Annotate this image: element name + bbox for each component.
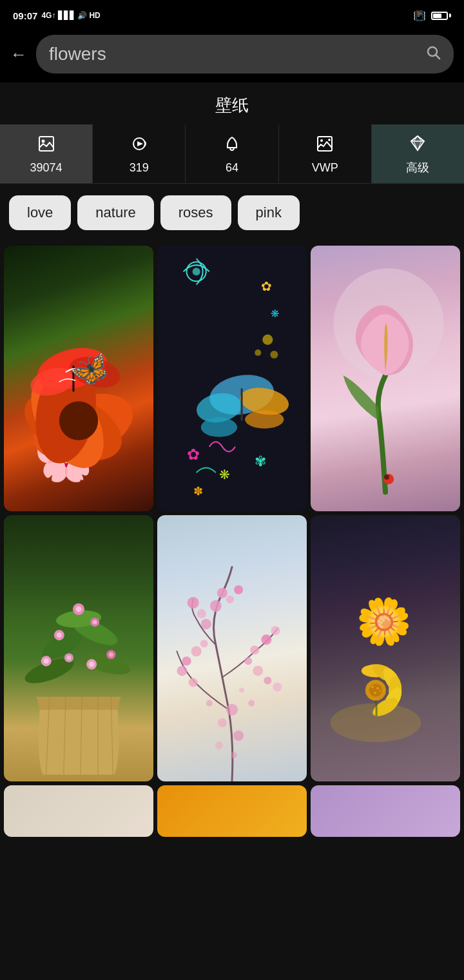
svg-text:✽: ✽ — [193, 485, 203, 498]
svg-point-54 — [93, 620, 97, 625]
page-title-wrap: 壁纸 — [0, 83, 464, 124]
svg-point-102 — [376, 687, 379, 690]
svg-point-83 — [273, 683, 282, 692]
svg-point-22 — [193, 268, 200, 275]
battery-indicator — [431, 12, 451, 20]
svg-point-79 — [271, 626, 280, 635]
svg-point-69 — [191, 647, 202, 657]
svg-point-62 — [66, 656, 71, 660]
svg-point-72 — [177, 666, 187, 676]
svg-point-36 — [255, 349, 261, 356]
svg-point-66 — [226, 596, 234, 603]
svg-point-56 — [44, 659, 49, 664]
svg-point-29 — [245, 411, 284, 429]
tag-love[interactable]: love — [9, 195, 71, 230]
svg-point-87 — [206, 700, 213, 707]
tab-premium-label: 高级 — [406, 160, 429, 175]
svg-point-58 — [109, 652, 113, 657]
svg-point-70 — [182, 657, 191, 666]
svg-point-60 — [75, 607, 81, 612]
vwp-icon — [316, 135, 334, 157]
notification-icon — [223, 135, 241, 157]
tab-ringtone[interactable]: 319 — [93, 124, 186, 183]
svg-point-104 — [379, 691, 381, 692]
grid-item-1[interactable] — [4, 246, 153, 511]
bottom-item-1[interactable] — [4, 785, 153, 837]
svg-point-76 — [201, 619, 211, 629]
ringtone-icon — [130, 135, 148, 157]
time-display: 09:07 — [13, 10, 37, 21]
tab-wallpaper[interactable]: 39074 — [0, 124, 93, 183]
image-grid-bottom — [0, 785, 464, 841]
svg-point-77 — [250, 646, 259, 655]
svg-text:❋: ❋ — [271, 308, 279, 319]
svg-point-101 — [371, 686, 374, 689]
tag-row: love nature roses pink — [0, 184, 464, 242]
svg-point-84 — [226, 704, 238, 716]
bottom-item-3[interactable] — [311, 785, 460, 837]
svg-point-80 — [244, 658, 252, 665]
svg-point-89 — [248, 700, 255, 707]
image-grid: ✿ ❋ ✿ ❋ ✾ ✽ — [0, 242, 464, 785]
svg-text:✿: ✿ — [261, 279, 272, 293]
svg-point-71 — [200, 640, 208, 648]
grid-item-4[interactable] — [4, 515, 153, 781]
tag-roses[interactable]: roses — [160, 195, 231, 230]
tag-nature[interactable]: nature — [77, 195, 153, 230]
svg-point-28 — [201, 418, 237, 437]
tab-notification-count: 64 — [226, 161, 238, 175]
svg-point-52 — [57, 633, 62, 638]
svg-point-86 — [233, 730, 244, 741]
wallpaper-icon — [37, 135, 55, 157]
svg-point-65 — [217, 588, 227, 598]
grid-item-2[interactable]: ✿ ❋ ✿ ❋ ✾ ✽ — [157, 246, 307, 511]
svg-point-82 — [264, 677, 271, 685]
category-tabs: 39074 319 64 — [0, 124, 464, 184]
tab-vwp[interactable]: VWP — [279, 124, 372, 183]
search-icon[interactable] — [425, 44, 441, 64]
svg-point-67 — [234, 585, 243, 594]
back-button[interactable]: ← — [10, 44, 27, 64]
diamond-icon — [409, 133, 427, 156]
svg-point-40 — [384, 475, 389, 480]
tab-vwp-label: VWP — [312, 161, 338, 175]
tab-wallpaper-count: 39074 — [30, 161, 63, 175]
bottom-item-2[interactable] — [157, 785, 307, 837]
svg-point-64 — [89, 662, 94, 667]
svg-point-81 — [253, 666, 263, 676]
svg-point-91 — [231, 752, 237, 759]
svg-point-37 — [270, 351, 278, 358]
grid-item-5[interactable] — [157, 515, 307, 781]
search-area: ← flowers — [0, 28, 464, 83]
svg-point-78 — [261, 635, 271, 645]
tab-premium[interactable]: 高级 — [372, 124, 464, 183]
svg-point-88 — [239, 688, 244, 693]
tab-ringtone-count: 319 — [130, 161, 149, 175]
svg-point-74 — [188, 597, 199, 609]
svg-point-16 — [59, 401, 98, 440]
tag-pink[interactable]: pink — [238, 195, 300, 230]
status-left: 09:07 4G↑ ▋▋▋ 🔊 HD — [13, 10, 101, 21]
svg-point-103 — [374, 692, 376, 694]
tab-notification[interactable]: 64 — [186, 124, 278, 183]
grid-item-6[interactable] — [311, 515, 460, 781]
svg-point-90 — [215, 742, 223, 750]
svg-point-3 — [41, 139, 44, 142]
search-box[interactable]: flowers — [36, 35, 454, 74]
svg-point-8 — [320, 139, 323, 142]
svg-marker-5 — [137, 141, 143, 146]
svg-line-1 — [436, 55, 440, 59]
svg-point-68 — [210, 600, 222, 612]
svg-point-85 — [218, 718, 227, 727]
svg-text:✿: ✿ — [187, 446, 200, 463]
svg-point-73 — [189, 678, 198, 687]
grid-item-3[interactable] — [311, 246, 460, 511]
status-bar: 09:07 4G↑ ▋▋▋ 🔊 HD 📳 — [0, 0, 464, 28]
svg-point-75 — [197, 609, 206, 618]
search-input-value[interactable]: flowers — [49, 44, 418, 64]
status-right: 📳 — [413, 10, 451, 22]
network-indicator: 4G↑ ▋▋▋ 🔊 HD — [41, 11, 100, 20]
svg-text:❋: ❋ — [219, 467, 230, 482]
page-title: 壁纸 — [0, 94, 464, 117]
vibrate-icon: 📳 — [413, 10, 426, 22]
